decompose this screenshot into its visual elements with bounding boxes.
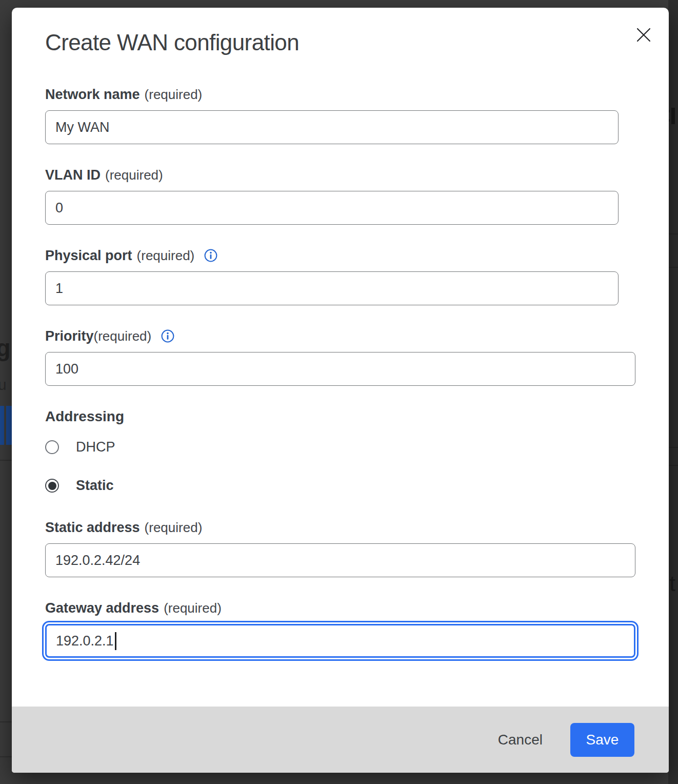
background-text-fragment — [671, 108, 675, 124]
close-icon — [636, 27, 651, 43]
background-divider — [0, 460, 12, 461]
physical-port-input[interactable]: 1 — [45, 271, 619, 305]
priority-input[interactable]: 100 — [45, 352, 635, 386]
vlan-id-input[interactable]: 0 — [45, 191, 619, 225]
field-label: Network name (required) — [45, 86, 635, 103]
input-value: 192.0.2.1 — [56, 633, 114, 649]
radio-button-icon[interactable] — [45, 440, 59, 454]
required-hint: (required) — [137, 247, 195, 264]
field-vlan-id: VLAN ID (required) 0 — [45, 167, 635, 225]
field-label: VLAN ID (required) — [45, 167, 635, 183]
field-label: Priority (required) — [45, 328, 635, 344]
field-priority: Priority (required) 100 — [45, 328, 635, 386]
field-network-name: Network name (required) My WAN — [45, 86, 635, 144]
network-name-label: Network name — [45, 86, 140, 103]
gateway-address-label: Gateway address — [45, 600, 159, 616]
network-name-input[interactable]: My WAN — [45, 110, 619, 144]
required-hint: (required) — [145, 86, 203, 103]
radio-option-dhcp[interactable]: DHCP — [45, 439, 635, 455]
info-icon[interactable] — [204, 249, 217, 262]
background-text-fragment: t — [669, 572, 675, 596]
required-hint: (required) — [145, 519, 203, 536]
background-divider — [0, 721, 12, 722]
info-icon[interactable] — [161, 329, 174, 343]
background-text-fragment: u — [0, 376, 7, 394]
field-physical-port: Physical port (required) 1 — [45, 247, 635, 305]
create-wan-configuration-dialog: Create WAN configuration Network name (r… — [12, 8, 669, 773]
input-value: 1 — [55, 281, 63, 297]
radio-button-icon[interactable] — [45, 479, 59, 493]
static-address-input[interactable]: 192.0.2.42/24 — [45, 543, 635, 577]
radio-option-static[interactable]: Static — [45, 478, 635, 494]
dialog-footer: Cancel Save — [12, 707, 669, 773]
close-button[interactable] — [635, 26, 652, 44]
field-label: Static address (required) — [45, 519, 635, 536]
field-static-address: Static address (required) 192.0.2.42/24 — [45, 519, 635, 577]
dialog-title: Create WAN configuration — [45, 30, 635, 55]
field-gateway-address: Gateway address (required) 192.0.2.1 — [45, 600, 635, 658]
field-label: Physical port (required) — [45, 247, 635, 264]
save-button[interactable]: Save — [570, 723, 634, 757]
vlan-id-label: VLAN ID — [45, 167, 101, 183]
static-address-label: Static address — [45, 519, 140, 536]
required-hint: (required) — [94, 328, 152, 344]
input-value: 0 — [55, 200, 63, 216]
background-divider — [0, 756, 12, 757]
input-value: 192.0.2.42/24 — [55, 553, 140, 569]
background-text-fragment: g — [0, 334, 11, 362]
background-button-fragment — [0, 406, 13, 445]
background-divider — [668, 447, 678, 448]
background-divider — [668, 233, 678, 234]
background-divider — [668, 267, 678, 268]
required-hint: (required) — [164, 600, 222, 616]
required-hint: (required) — [105, 167, 163, 183]
gateway-address-input[interactable]: 192.0.2.1 — [45, 624, 635, 658]
background-divider — [668, 465, 678, 466]
field-label: Gateway address (required) — [45, 600, 635, 616]
physical-port-label: Physical port — [45, 247, 132, 264]
text-cursor — [115, 632, 116, 650]
background-panel-edge: t — [668, 0, 678, 784]
priority-label: Priority — [45, 328, 94, 344]
addressing-heading: Addressing — [45, 408, 635, 425]
input-value: My WAN — [55, 120, 109, 135]
radio-label: Static — [76, 478, 114, 494]
cancel-button[interactable]: Cancel — [496, 728, 545, 752]
input-value: 100 — [55, 361, 78, 377]
radio-label: DHCP — [76, 439, 115, 455]
